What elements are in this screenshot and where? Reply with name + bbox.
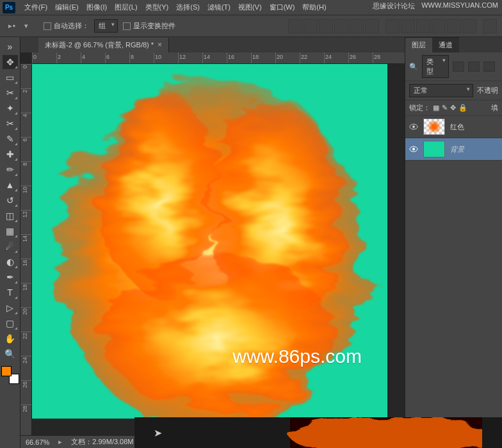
move-tool[interactable]: ✥ <box>3 55 18 69</box>
distribute-btn[interactable] <box>462 19 476 33</box>
visibility-icon[interactable] <box>409 124 418 130</box>
healing-brush-tool[interactable]: ✚ <box>3 147 18 161</box>
blur-tool[interactable]: ☄ <box>3 239 18 253</box>
blend-opacity-row: 正常 不透明 <box>405 81 502 100</box>
layer-filter-row: 🔍 类型 <box>405 52 502 81</box>
layer-thumbnail[interactable] <box>423 141 445 157</box>
clone-stamp-tool[interactable]: ▲ <box>3 178 18 192</box>
align-btn[interactable] <box>365 19 379 33</box>
document-tab[interactable]: 未标题-2 @ 66.7% (背景, RGB/8) * × <box>38 38 169 52</box>
svg-point-3 <box>102 256 333 410</box>
dodge-tool[interactable]: ◐ <box>3 255 18 269</box>
hand-tool[interactable]: ✋ <box>3 332 18 346</box>
foreground-swatch[interactable] <box>1 366 12 376</box>
lock-row: 锁定： ▦ ✎ ✥ 🔒 填 <box>405 100 502 116</box>
document-area: 未标题-2 @ 66.7% (背景, RGB/8) * × 0246810121… <box>20 37 405 448</box>
path-selection-tool[interactable]: ▷ <box>3 301 18 315</box>
menu-select[interactable]: 选择(S) <box>172 1 204 14</box>
layers-panel: 图层 通道 🔍 类型 正常 不透明 锁定： ▦ ✎ ✥ 🔒 填 红色 <box>405 37 502 448</box>
brush-tool[interactable]: ✏ <box>3 163 18 177</box>
lock-transparent-icon[interactable]: ▦ <box>433 104 439 112</box>
type-tool[interactable]: T <box>3 285 18 300</box>
distribute-btn[interactable] <box>432 19 446 33</box>
align-btn[interactable] <box>334 19 348 33</box>
auto-select-dropdown[interactable]: 组 <box>94 19 118 33</box>
auto-select-label: 自动选择： <box>54 22 89 29</box>
magic-wand-tool[interactable]: ✦ <box>3 101 18 115</box>
move-tool-indicator: ▸✦ <box>5 19 19 33</box>
document-tab-title: 未标题-2 @ 66.7% (背景, RGB/8) * <box>45 40 154 50</box>
filter-search-icon[interactable]: 🔍 <box>409 63 418 71</box>
watermark-text: www.86ps.com <box>232 346 362 367</box>
lasso-tool[interactable]: ✂ <box>3 86 18 100</box>
svg-point-5 <box>412 125 415 128</box>
lock-all-icon[interactable]: 🔒 <box>458 104 467 112</box>
tool-preset-chevron[interactable]: ▾ <box>24 22 28 30</box>
opacity-label: 不透明 <box>477 86 498 95</box>
tools-panel: » ✥ ▭ ✂ ✦ ✂ ✎ ✚ ✏ ▲ ↺ ◫ ▦ ☄ ◐ ✒ T ▷ ▢ ✋ … <box>0 37 20 448</box>
crop-tool[interactable]: ✂ <box>3 116 18 131</box>
layer-row[interactable]: 红色 <box>405 116 502 138</box>
layer-name[interactable]: 背景 <box>450 145 464 154</box>
eyedropper-tool[interactable]: ✎ <box>3 132 18 146</box>
align-btn[interactable] <box>319 19 333 33</box>
eraser-tool[interactable]: ◫ <box>3 209 18 223</box>
filter-kind-dropdown[interactable]: 类型 <box>422 55 449 78</box>
menu-image[interactable]: 图像(I) <box>83 1 111 14</box>
layer-row[interactable]: 背景 <box>405 138 502 161</box>
filter-adjust-icon[interactable] <box>468 61 480 72</box>
marquee-tool[interactable]: ▭ <box>3 70 18 84</box>
doc-info: 文档：2.99M/3.08M <box>71 437 133 447</box>
align-btn[interactable] <box>350 19 364 33</box>
zoom-tool[interactable]: 🔍 <box>3 347 18 361</box>
layer-name[interactable]: 红色 <box>450 122 464 132</box>
ruler-vertical[interactable]: 0246810121416182022242628 <box>20 64 32 435</box>
shape-tool[interactable]: ▢ <box>3 316 18 330</box>
distribute-btn[interactable] <box>401 19 415 33</box>
history-brush-tool[interactable]: ↺ <box>3 193 18 207</box>
canvas[interactable]: www.86ps.com <box>32 64 387 419</box>
lock-position-icon[interactable]: ✥ <box>450 104 456 112</box>
align-btn[interactable] <box>304 19 318 33</box>
menu-filter[interactable]: 滤镜(T) <box>204 1 234 14</box>
app-logo: Ps <box>3 2 15 13</box>
distribute-btn[interactable] <box>416 19 430 33</box>
menu-edit[interactable]: 编辑(E) <box>51 1 83 14</box>
distribute-btn[interactable] <box>447 19 461 33</box>
fill-label: 填 <box>491 103 498 113</box>
collapse-toolbar-icon[interactable]: » <box>3 40 18 54</box>
auto-align-btn[interactable] <box>483 19 497 33</box>
credit-bar: 思缘设计论坛 WWW.MISSYUAN.COM <box>373 1 498 11</box>
menu-window[interactable]: 窗口(W) <box>266 1 299 14</box>
menu-help[interactable]: 帮助(H) <box>298 1 330 14</box>
gradient-tool[interactable]: ▦ <box>3 224 18 238</box>
menu-file[interactable]: 文件(F) <box>20 1 51 14</box>
zoom-level[interactable]: 66.67% <box>26 438 49 446</box>
menu-type[interactable]: 类型(Y) <box>142 1 173 14</box>
tab-layers[interactable]: 图层 <box>405 37 432 52</box>
lock-paint-icon[interactable]: ✎ <box>442 104 448 112</box>
filter-pixel-icon[interactable] <box>453 61 464 72</box>
distribute-btn[interactable] <box>385 19 400 33</box>
layer-thumbnail[interactable] <box>423 118 445 135</box>
bottom-thumbnail-strip: ➤ <box>134 417 502 448</box>
align-btn[interactable] <box>288 19 302 33</box>
credit-cn: 思缘设计论坛 <box>373 1 415 11</box>
filter-type-icon[interactable] <box>483 61 495 72</box>
visibility-icon[interactable] <box>409 146 418 152</box>
tab-channels[interactable]: 通道 <box>432 37 459 52</box>
menu-view[interactable]: 视图(V) <box>234 1 266 14</box>
menu-layer[interactable]: 图层(L) <box>111 1 141 14</box>
show-transform-checkbox[interactable]: 显示变换控件 <box>123 21 175 31</box>
strip-flame-artwork <box>175 417 482 448</box>
pen-tool[interactable]: ✒ <box>3 270 18 284</box>
blend-mode-dropdown[interactable]: 正常 <box>409 84 473 97</box>
close-tab-icon[interactable]: × <box>158 40 162 49</box>
status-chevron-icon[interactable]: ▸ <box>58 438 62 446</box>
align-icons-group <box>288 19 497 33</box>
color-swatches[interactable] <box>1 366 19 384</box>
ruler-horizontal[interactable]: 0246810121416182022242628 <box>32 52 405 64</box>
credit-url: WWW.MISSYUAN.COM <box>421 1 498 11</box>
svg-point-7 <box>412 148 415 150</box>
auto-select-checkbox[interactable]: 自动选择： <box>44 21 89 31</box>
